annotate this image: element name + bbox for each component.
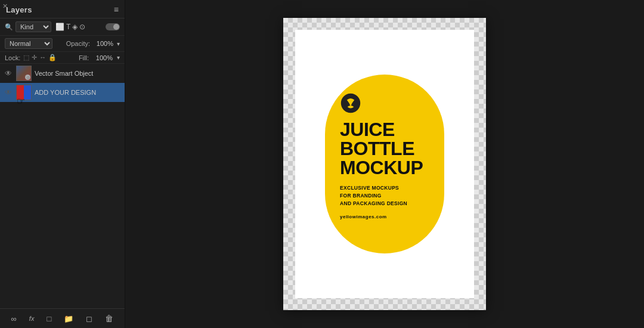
pixel-filter-icon[interactable]: ⬜: [55, 23, 64, 31]
canvas-area: JUICE BOTTLE MOCKUP EXCLUSIVE MOCKUPS FO…: [125, 0, 644, 328]
subtitle-line1: EXCLUSIVE MOCKUPS: [340, 185, 399, 191]
lock-artboard-icon[interactable]: ↔: [39, 54, 46, 61]
brand-logo-icon: [340, 92, 361, 114]
product-title: JUICE BOTTLE MOCKUP: [340, 120, 423, 177]
panel-footer: ∞ fx □ 📁 ◻ 🗑: [0, 308, 125, 328]
product-title-line3: MOCKUP: [340, 157, 423, 178]
layer-thumbnail: ⬡: [16, 66, 32, 81]
close-button[interactable]: ✕: [2, 2, 8, 10]
blend-mode-row: Normal Opacity: 100% ▾: [0, 36, 125, 52]
opacity-label: Opacity:: [66, 40, 90, 47]
smart-object-badge: ⬡: [25, 75, 30, 80]
layers-panel: ✕ Layers ≡ 🔍 Kind ⬜ T ◈ ⊙ Normal Opacity…: [0, 0, 125, 328]
lock-pixels-icon[interactable]: ⬚: [23, 54, 29, 61]
blend-mode-select[interactable]: Normal: [5, 38, 52, 49]
filter-icons-group: ⬜ T ◈ ⊙: [55, 23, 85, 31]
search-icon: 🔍: [5, 23, 13, 31]
lock-all-icon[interactable]: 🔒: [48, 54, 57, 61]
opacity-chevron[interactable]: ▾: [117, 41, 120, 47]
layer-item[interactable]: 👁 ADD YOUR DESIGN ☞: [0, 83, 125, 102]
new-layer-icon[interactable]: ◻: [83, 313, 95, 324]
new-layer-from-hidden-icon[interactable]: 📁: [61, 313, 76, 324]
canvas-white-area: JUICE BOTTLE MOCKUP EXCLUSIVE MOCKUPS FO…: [295, 30, 474, 298]
subtitle-line3: AND PACKAGING DESIGN: [340, 200, 407, 206]
toggle-knob: [113, 24, 119, 30]
layer-item[interactable]: 👁 ⬡ Vector Smart Object: [0, 64, 125, 83]
layer-name: Vector Smart Object: [35, 70, 121, 77]
product-title-line2: BOTTLE: [340, 138, 414, 159]
product-title-line1: JUICE: [340, 119, 395, 140]
fill-value: 100%: [92, 54, 113, 61]
opacity-value: 100%: [92, 40, 113, 47]
panel-header: ✕ Layers ≡: [0, 0, 125, 18]
smart-filter-icon[interactable]: ⊙: [79, 23, 85, 31]
mockup-canvas: JUICE BOTTLE MOCKUP EXCLUSIVE MOCKUPS FO…: [283, 18, 486, 310]
layer-visibility-toggle[interactable]: 👁: [4, 88, 13, 97]
layer-visibility-toggle[interactable]: 👁: [4, 69, 13, 78]
layer-thumbnail: [16, 85, 32, 100]
panel-title: Layers: [6, 5, 32, 14]
product-subtitle: EXCLUSIVE MOCKUPS FOR BRANDING AND PACKA…: [340, 184, 407, 207]
panel-menu-icon[interactable]: ≡: [114, 5, 119, 14]
lock-icons-group: ⬚ ✛ ↔ 🔒: [23, 54, 57, 61]
filter-row: 🔍 Kind ⬜ T ◈ ⊙: [0, 18, 125, 36]
delete-icon[interactable]: 🗑: [103, 312, 116, 324]
layer-name: ADD YOUR DESIGN: [35, 89, 121, 96]
website-url: yellowimages.com: [340, 214, 387, 219]
lock-row: Lock: ⬚ ✛ ↔ 🔒 Fill: 100% ▾: [0, 52, 125, 64]
text-filter-icon[interactable]: T: [66, 23, 70, 31]
fx-icon[interactable]: fx: [27, 314, 37, 323]
subtitle-line2: FOR BRANDING: [340, 193, 382, 199]
kind-select[interactable]: Kind: [16, 21, 51, 32]
product-label: JUICE BOTTLE MOCKUP EXCLUSIVE MOCKUPS FO…: [325, 75, 444, 253]
layers-list: 👁 ⬡ Vector Smart Object 👁 ADD YOUR DESIG…: [0, 64, 125, 308]
new-group-icon[interactable]: □: [44, 313, 54, 324]
filter-toggle[interactable]: [106, 23, 120, 30]
lock-position-icon[interactable]: ✛: [32, 54, 37, 61]
link-icon[interactable]: ∞: [9, 313, 19, 324]
fill-chevron[interactable]: ▾: [117, 54, 120, 61]
lock-label: Lock:: [5, 54, 20, 61]
shape-filter-icon[interactable]: ◈: [72, 23, 78, 31]
fill-label: Fill:: [79, 54, 89, 61]
